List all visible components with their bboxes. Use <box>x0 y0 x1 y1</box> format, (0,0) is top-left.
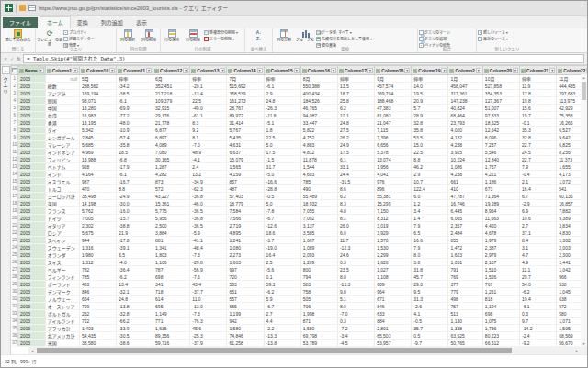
cell[interactable]: 38,580 <box>80 340 117 347</box>
cell[interactable]: 2003 <box>18 266 46 273</box>
cell[interactable]: 5.1 <box>337 296 374 303</box>
cell[interactable]: 2003 <box>18 244 46 251</box>
cell[interactable]: スペイン <box>45 237 79 244</box>
cell[interactable]: 2003 <box>18 273 46 281</box>
cell[interactable]: 3.1 <box>520 244 557 251</box>
cell[interactable]: 718 <box>153 288 190 296</box>
formula-input[interactable]: = Table.Skip(#"展開された Data",3) <box>23 54 584 63</box>
row-number[interactable]: 16 <box>12 185 18 193</box>
cell[interactable]: 2003 <box>18 200 46 207</box>
cell[interactable]: 11.7 <box>337 237 374 244</box>
cell[interactable]: 767 <box>482 281 519 288</box>
cell[interactable]: -11.8 <box>264 112 300 119</box>
cell[interactable]: 13.2 <box>190 171 227 178</box>
cell[interactable]: -16.7 <box>117 178 153 185</box>
cell[interactable]: -4.1 <box>190 156 227 163</box>
cell[interactable]: 53.5 <box>412 134 448 141</box>
cell[interactable]: 2.9 <box>264 90 300 97</box>
cell[interactable]: 19,289 <box>482 200 519 207</box>
cell[interactable]: 7,055 <box>300 207 337 215</box>
cell[interactable]: 5.9 <box>264 296 300 303</box>
cell[interactable]: 782 <box>80 266 117 273</box>
cell[interactable]: -19.0 <box>264 244 300 251</box>
cell[interactable]: -25.3 <box>190 332 227 340</box>
cell[interactable]: 22.5 <box>412 149 448 156</box>
cell[interactable]: -38.6 <box>117 340 153 347</box>
cell[interactable]: 16.4 <box>520 185 557 193</box>
cell[interactable]: 655 <box>227 303 264 310</box>
cell[interactable]: -34.9 <box>190 178 227 185</box>
cell[interactable]: 1,108 <box>375 273 412 281</box>
cell[interactable]: 358,539 <box>227 90 264 97</box>
cell[interactable]: -7.0 <box>190 141 227 149</box>
cell[interactable]: -33.9 <box>117 325 153 332</box>
cell[interactable]: 4,812 <box>300 149 337 156</box>
cell[interactable]: 伸率 <box>190 75 227 83</box>
cell[interactable]: 25.8 <box>337 97 374 105</box>
filter-icon[interactable] <box>294 68 300 73</box>
column-header-column2[interactable]: Column2 <box>448 66 482 75</box>
cell[interactable]: 22.5 <box>264 134 300 141</box>
row-number[interactable]: 7 <box>12 119 18 127</box>
filter-icon[interactable] <box>331 68 336 73</box>
cell[interactable]: -5.6 <box>264 266 300 273</box>
cell[interactable]: 2,845 <box>80 134 117 141</box>
cell[interactable]: 2003 <box>18 178 46 185</box>
cell[interactable]: 6.2 <box>337 193 374 200</box>
cell[interactable]: 706 <box>300 303 337 310</box>
row-number[interactable]: 15 <box>12 178 18 185</box>
cell[interactable]: -46.0 <box>190 200 227 207</box>
cell[interactable]: 557 <box>227 296 264 303</box>
cell[interactable]: 4,238 <box>448 141 482 149</box>
cell[interactable]: 2003 <box>18 303 46 310</box>
cell[interactable]: -7.6 <box>190 273 227 281</box>
cell[interactable]: 4,041 <box>375 171 412 178</box>
cell[interactable]: 4,221 <box>482 171 519 178</box>
cell[interactable]: -5.0 <box>264 171 300 178</box>
filter-icon[interactable] <box>146 68 152 73</box>
cell[interactable]: 6,877 <box>153 127 190 134</box>
cell[interactable]: 4.1 <box>412 310 448 318</box>
cell[interactable]: 7,237 <box>482 141 519 149</box>
cell[interactable]: 22.7 <box>520 156 557 163</box>
cell[interactable]: 11.1 <box>520 266 557 273</box>
cell[interactable]: 1.4 <box>412 215 448 222</box>
cell[interactable]: 1,241 <box>227 237 264 244</box>
cell[interactable]: 1,080 <box>227 244 264 251</box>
cell[interactable]: 4.8 <box>337 207 374 215</box>
cell[interactable]: 66,512 <box>482 340 519 347</box>
cell[interactable]: 20.9 <box>412 97 448 105</box>
cell[interactable]: 6,656 <box>375 141 412 149</box>
row-number[interactable]: 13 <box>12 163 18 171</box>
column-header-column12[interactable]: Column12 <box>153 66 190 75</box>
cell[interactable]: 2003 <box>18 185 46 193</box>
row-number[interactable]: 4 <box>12 97 18 105</box>
split-column-button[interactable]: 列の分割 <box>274 29 294 48</box>
cell[interactable]: 2,299 <box>375 251 412 259</box>
cell[interactable]: 4,420 <box>482 222 519 229</box>
cell[interactable]: 10.7 <box>412 178 448 185</box>
cell[interactable]: 24.6 <box>337 251 374 259</box>
row-number[interactable]: 11 <box>12 149 18 156</box>
cell[interactable]: 11.9 <box>520 83 557 90</box>
cell[interactable]: 37.1 <box>520 229 557 237</box>
cell[interactable]: 5,956 <box>153 215 190 222</box>
filter-icon[interactable] <box>220 68 225 73</box>
cell[interactable]: 572 <box>153 185 190 193</box>
cell[interactable]: ベトナム <box>45 163 79 171</box>
cell[interactable]: 5,762 <box>80 207 117 215</box>
scroll-right-icon[interactable]: ▸ <box>573 347 581 354</box>
cell[interactable]: 4,603 <box>300 171 337 178</box>
cell[interactable]: -41.1 <box>190 237 227 244</box>
cell[interactable]: 2,167 <box>482 259 519 266</box>
cell[interactable]: 785 <box>300 178 337 185</box>
cell[interactable]: -0.5 <box>412 318 448 325</box>
check-icon[interactable]: ✓ <box>10 56 14 61</box>
cell[interactable]: 2003 <box>18 149 46 156</box>
cell[interactable]: 8.3 <box>190 119 227 127</box>
cell[interactable]: -0.5 <box>264 193 300 200</box>
scroll-down-icon[interactable]: ▾ <box>581 340 587 347</box>
queries-pane-label[interactable]: クエリ <box>2 77 9 95</box>
column-header-column22[interactable]: Column22 <box>557 66 587 75</box>
row-number[interactable]: 38 <box>12 347 18 348</box>
